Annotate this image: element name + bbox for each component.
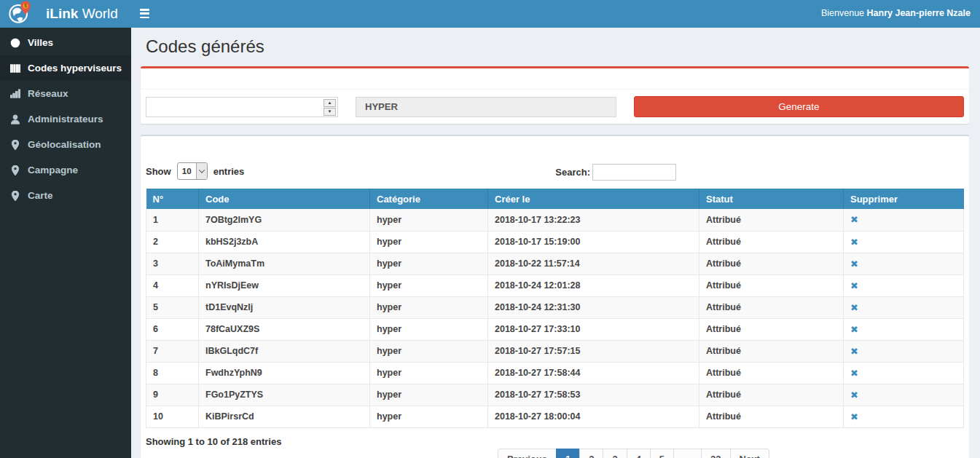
- quantity-stepper: ▲ ▼: [324, 99, 336, 115]
- sidebar-item-reseaux[interactable]: Réseaux: [0, 81, 131, 106]
- sidebar-item-geolocalisation[interactable]: Géolocalisation: [0, 132, 131, 157]
- pagination: Previous12345…22Next: [498, 449, 769, 458]
- delete-cell: ✖: [844, 209, 964, 231]
- created-cell: 2018-10-27 17:57:15: [488, 340, 699, 362]
- chevron-down-icon: [196, 163, 207, 179]
- delete-icon[interactable]: ✖: [850, 390, 858, 400]
- sidebar-item-label: Administrateurs: [28, 114, 103, 125]
- created-cell: 2018-10-27 17:58:53: [488, 384, 699, 406]
- generator-panel-header: [141, 68, 969, 90]
- quantity-field-wrap: ▲ ▼: [146, 97, 338, 117]
- created-cell: 2018-10-24 12:01:28: [488, 275, 699, 296]
- pagination-3[interactable]: 3: [603, 449, 627, 458]
- delete-cell: ✖: [844, 231, 964, 253]
- code-cell: tD1EvqNzIj: [199, 296, 370, 318]
- column-header-n[interactable]: N°: [146, 189, 199, 209]
- delete-cell: ✖: [844, 275, 964, 296]
- pagination-2[interactable]: 2: [579, 449, 603, 458]
- row-number: 9: [146, 384, 199, 406]
- stepper-down-icon[interactable]: ▼: [324, 108, 336, 116]
- user-name: Hanry Jean-pierre Nzale: [867, 8, 971, 18]
- category-cell: hyper: [370, 340, 488, 362]
- table-row: 9FGo1PyZTYShyper2018-10-27 17:58:53Attri…: [146, 384, 964, 406]
- category-cell: hyper: [370, 362, 488, 384]
- barcode-icon: [9, 63, 20, 74]
- delete-icon[interactable]: ✖: [850, 237, 858, 248]
- welcome-text: Bienvenue Hanry Jean-pierre Nzale: [821, 8, 971, 18]
- delete-icon[interactable]: ✖: [850, 324, 858, 335]
- status-cell: Attribué: [699, 384, 844, 406]
- sidebar-item-villes[interactable]: Villes: [0, 30, 131, 55]
- column-header-categorie[interactable]: Catégorie: [370, 189, 488, 209]
- status-cell: Attribué: [699, 362, 844, 384]
- globe-icon: [9, 37, 20, 48]
- codes-table: N°CodeCatégorieCréer leStatutSupprimer 1…: [146, 189, 964, 428]
- code-cell: nYRIsDjEew: [199, 275, 370, 296]
- pagination-1[interactable]: 1: [556, 449, 580, 458]
- column-header-code[interactable]: Code: [199, 189, 370, 209]
- page-length-value: 10: [178, 163, 196, 179]
- category-field: [356, 97, 616, 117]
- quantity-input[interactable]: [146, 98, 337, 117]
- table-row: 10KiBPirsrCdhyper2018-10-27 18:00:04Attr…: [146, 406, 964, 427]
- table-row: 2kbHS2j3zbAhyper2018-10-17 15:19:00Attri…: [146, 231, 964, 253]
- column-header-supprimer[interactable]: Supprimer: [844, 189, 964, 209]
- row-number: 1: [146, 209, 199, 231]
- brand-logo[interactable]: $ iLink World: [0, 0, 131, 28]
- pagination-next[interactable]: Next: [730, 449, 769, 458]
- status-cell: Attribué: [699, 318, 844, 340]
- top-navbar: Bienvenue Hanry Jean-pierre Nzale: [131, 0, 980, 28]
- pagination-previous[interactable]: Previous: [498, 449, 557, 458]
- pagination-22[interactable]: 22: [701, 449, 730, 458]
- delete-cell: ✖: [844, 318, 964, 340]
- show-label: Show: [146, 166, 171, 177]
- created-cell: 2018-10-22 11:57:14: [488, 253, 699, 275]
- page-length-select[interactable]: 10: [177, 162, 208, 180]
- status-cell: Attribué: [699, 209, 844, 231]
- delete-cell: ✖: [844, 296, 964, 318]
- category-cell: hyper: [370, 296, 488, 318]
- sidebar-item-campagne[interactable]: Campagne: [0, 157, 131, 183]
- sidebar-item-codes-hyperviseurs[interactable]: Codes hyperviseurs: [0, 55, 131, 81]
- column-header-statut[interactable]: Statut: [699, 189, 844, 209]
- delete-icon[interactable]: ✖: [850, 411, 858, 422]
- category-cell: hyper: [370, 231, 488, 253]
- sidebar-item-label: Villes: [28, 37, 53, 48]
- delete-icon[interactable]: ✖: [850, 214, 858, 225]
- delete-icon[interactable]: ✖: [850, 302, 858, 313]
- pagination-[interactable]: …: [673, 449, 702, 458]
- status-cell: Attribué: [699, 296, 844, 318]
- status-cell: Attribué: [699, 340, 844, 362]
- hamburger-menu-icon[interactable]: [140, 9, 149, 18]
- welcome-prefix: Bienvenue: [821, 8, 864, 18]
- code-cell: kbHS2j3zbA: [199, 231, 370, 253]
- table-row: 678fCaUXZ9Shyper2018-10-27 17:33:10Attri…: [146, 318, 964, 340]
- created-cell: 2018-10-17 13:22:23: [488, 209, 699, 231]
- pagination-5[interactable]: 5: [650, 449, 674, 458]
- delete-icon[interactable]: ✖: [850, 368, 858, 379]
- row-number: 4: [146, 275, 199, 296]
- category-cell: hyper: [370, 253, 488, 275]
- column-header-creer-le[interactable]: Créer le: [488, 189, 699, 209]
- map-marker-icon: [9, 139, 20, 150]
- category-cell: hyper: [370, 406, 488, 427]
- delete-cell: ✖: [844, 362, 964, 384]
- row-number: 10: [146, 406, 199, 427]
- main-content: Codes générés ▲ ▼ Generate Show 10: [131, 28, 980, 458]
- sidebar-item-label: Codes hyperviseurs: [28, 63, 122, 74]
- generate-button[interactable]: Generate: [634, 96, 964, 117]
- search-input[interactable]: [592, 164, 676, 181]
- table-row: 7IBkGLqdC7fhyper2018-10-27 17:57:15Attri…: [146, 340, 964, 362]
- sidebar-item-administrateurs[interactable]: Administrateurs: [0, 106, 131, 132]
- table-row: 8FwdhzYphN9hyper2018-10-27 17:58:44Attri…: [146, 362, 964, 384]
- created-cell: 2018-10-27 17:58:44: [488, 362, 699, 384]
- delete-icon[interactable]: ✖: [850, 280, 858, 291]
- delete-icon[interactable]: ✖: [850, 258, 858, 269]
- table-row: 4nYRIsDjEewhyper2018-10-24 12:01:28Attri…: [146, 275, 964, 296]
- sidebar-item-carte[interactable]: Carte: [0, 183, 131, 208]
- stepper-up-icon[interactable]: ▲: [324, 99, 336, 107]
- pagination-4[interactable]: 4: [627, 449, 651, 458]
- delete-cell: ✖: [844, 384, 964, 406]
- delete-icon[interactable]: ✖: [850, 346, 858, 357]
- globe-pin-logo-icon: $: [8, 0, 33, 28]
